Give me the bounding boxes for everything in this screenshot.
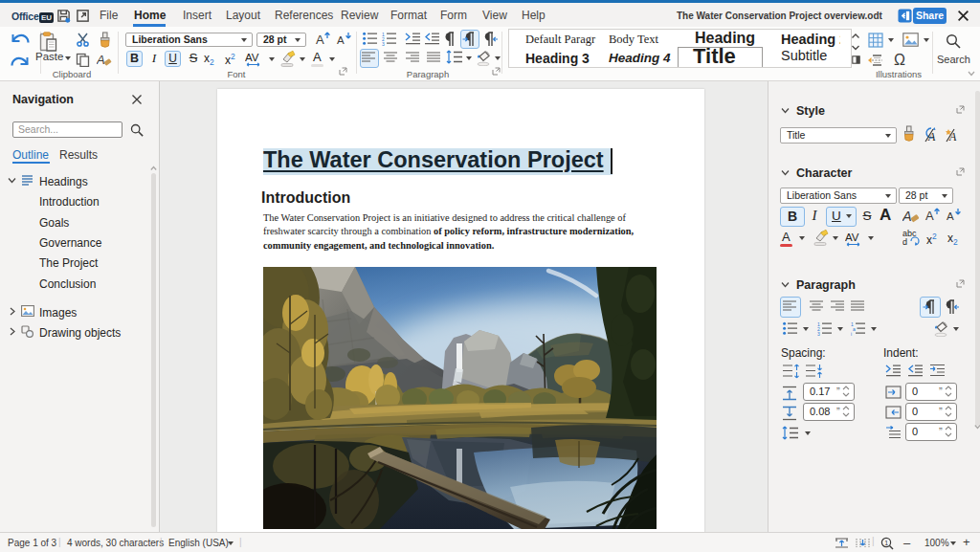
svg-text:a: a xyxy=(853,326,856,332)
svg-text:A: A xyxy=(925,209,934,223)
svg-text:i: i xyxy=(851,331,852,337)
svg-text:A: A xyxy=(97,53,105,67)
svg-text:A: A xyxy=(947,210,954,222)
svg-text:A: A xyxy=(902,209,912,224)
svg-text:AV: AV xyxy=(845,232,859,243)
svg-text:A: A xyxy=(316,33,324,47)
svg-text:d: d xyxy=(902,237,907,247)
svg-text:3: 3 xyxy=(382,41,385,47)
svg-text:1: 1 xyxy=(884,540,888,546)
svg-text:AV: AV xyxy=(245,52,259,63)
svg-text:3: 3 xyxy=(817,331,820,337)
svg-text:A: A xyxy=(337,34,345,46)
